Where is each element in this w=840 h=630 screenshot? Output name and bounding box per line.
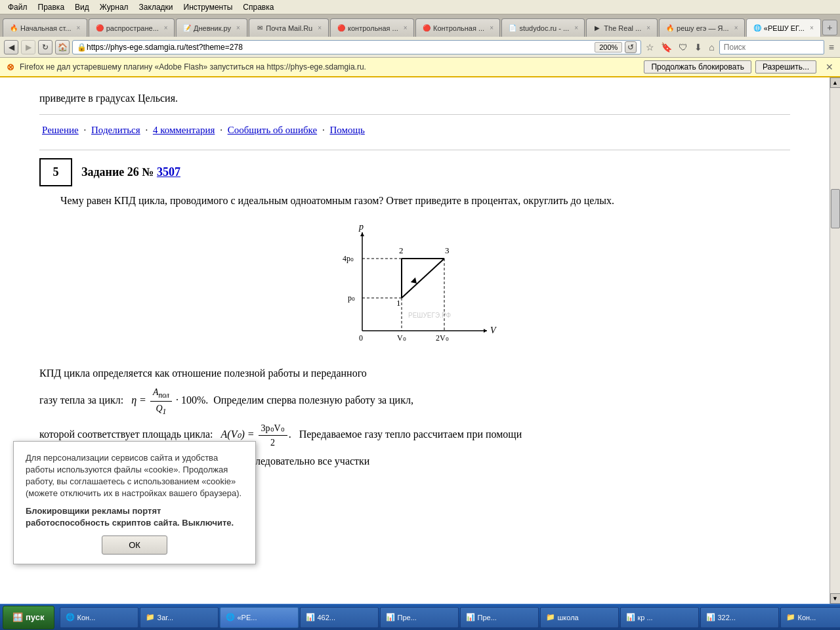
tab-close-5[interactable]: × [490,24,494,32]
svg-text:4p₀: 4p₀ [343,254,354,263]
taskbar-item-8[interactable]: 📊322... [700,607,779,628]
tab-0[interactable]: 🔥 Начальная ст... × [3,18,87,37]
cookie-ok-button[interactable]: ОК [102,536,167,555]
taskbar-icon-8: 📊 [706,613,715,621]
taskbar-item-9[interactable]: 📁Кон... [780,607,841,628]
taskbar-icon-3: 📊 [306,613,315,621]
taskbar-icon-1: 📁 [146,613,155,621]
taskbar-icon-0: 🌐 [66,613,75,621]
url-input[interactable] [87,43,592,52]
tab-icon-8: 🔥 [666,24,674,33]
bookmark-icon[interactable]: 🔖 [659,42,674,52]
forward-button[interactable]: ▶ [21,40,35,54]
menu-bookmarks[interactable]: Закладки [134,1,178,13]
taskbar-label-7: кр ... [638,614,653,621]
home-button[interactable]: 🏠 [55,40,70,54]
tab-icon-3: ✉ [256,24,264,33]
search-input[interactable] [719,40,824,54]
secure-icon: 🔒 [77,43,87,52]
refresh-icon[interactable]: ↺ [625,41,637,53]
menu-file[interactable]: Файл [3,1,33,13]
tab-icon-6: 📄 [509,24,516,33]
formula-eta: η = [131,394,146,406]
task-id-link[interactable]: 3507 [157,165,180,178]
download-icon[interactable]: ⬇ [692,42,704,52]
tab-8[interactable]: 🔥 решу егэ — Я... × [659,18,745,37]
tab-close-3[interactable]: × [318,24,322,32]
content-area: приведите в градусах Цельсия. Решение · … [0,77,840,604]
cookie-adblock-text: Блокировщики рекламы портят работоспособ… [26,505,243,529]
svg-text:V: V [490,326,497,335]
tab-close-6[interactable]: × [574,24,578,32]
svg-text:p: p [358,222,364,232]
reload-button[interactable]: ↻ [38,40,52,54]
taskbar-item-3[interactable]: 📊462... [300,607,379,628]
taskbar-icon-7: 📊 [626,613,635,621]
watermark-text: РЕШУЕГЭ.РФ [408,312,451,319]
action-links: Решение · Поделиться · 4 комментария · С… [39,123,790,138]
task-number: 5 [39,158,72,186]
link-share[interactable]: Поделиться [91,125,140,135]
taskbar-item-1[interactable]: 📁Заг... [140,607,219,628]
tab-3[interactable]: ✉ Почта Mail.Ru × [249,18,329,37]
menu-help[interactable]: Справка [238,1,279,13]
taskbar-label-9: Кон... [798,614,816,621]
tab-label-0: Начальная ст... [20,24,72,32]
start-button[interactable]: 🪟 пуск [3,606,54,629]
taskbar-item-6[interactable]: 📁школа [540,607,619,628]
tab-1[interactable]: 🔴 распростране... × [89,18,175,37]
solution-text-1: КПД цикла определяется как отношение пол… [39,368,367,379]
tab-close-9[interactable]: × [810,24,814,32]
notification-close-icon[interactable]: ✕ [826,62,833,72]
link-comments[interactable]: 4 комментария [153,125,215,135]
tab-6[interactable]: 📄 studydoc.ru - ... × [501,18,585,37]
link-solution[interactable]: Решение [42,125,79,135]
taskbar-label-1: Заг... [158,614,174,621]
taskbar-item-7[interactable]: 📊кр ... [620,607,699,628]
allow-button[interactable]: Разрешить... [755,60,816,74]
tab-close-4[interactable]: × [404,24,408,32]
taskbar-items: 🌐Кон... 📁Заг... 🌐«РЕ... 📊462... 📊Пре... … [57,607,841,628]
bookmark-star-icon[interactable]: ☆ [644,42,656,52]
menu-journal[interactable]: Журнал [94,1,134,13]
tab-4[interactable]: 🔴 контрольная ... × [330,18,414,37]
menu-tools[interactable]: Инструменты [178,1,238,13]
tab-label-1: распростране... [106,24,159,32]
tab-close-7[interactable]: × [646,24,650,32]
menu-view[interactable]: Вид [70,1,94,13]
tab-close-1[interactable]: × [164,24,168,32]
link-help[interactable]: Помощь [329,125,364,135]
tab-close-8[interactable]: × [734,24,738,32]
scroll-thumb[interactable] [831,189,840,228]
home-icon2[interactable]: ⌂ [707,42,716,52]
zoom-badge: 200% [595,42,622,52]
taskbar-item-4[interactable]: 📊Пре... [380,607,459,628]
scroll-down-button[interactable] [830,593,841,604]
taskbar-icon-5: 📊 [466,613,475,621]
tab-7[interactable]: ▶ The Real ... × [586,18,658,37]
tab-label-2: Дневник.ру [194,24,231,32]
link-report-error[interactable]: Сообщить об ошибке [228,125,318,135]
taskbar-item-0[interactable]: 🌐Кон... [60,607,138,628]
tab-2[interactable]: 📝 Дневник.ру × [176,18,247,37]
menu-icon[interactable]: ≡ [827,42,836,52]
menu-edit[interactable]: Правка [33,1,70,13]
tab-close-0[interactable]: × [77,24,81,32]
tab-5[interactable]: 🔴 Контрольная ... × [415,18,500,37]
taskbar-item-5[interactable]: 📊Пре... [460,607,539,628]
scroll-track[interactable] [830,88,841,593]
tab-close-2[interactable]: × [236,24,240,32]
tab-icon-7: ▶ [593,24,601,33]
new-tab-button[interactable]: + [822,20,837,35]
back-button[interactable]: ◀ [4,40,18,54]
taskbar-icon-6: 📁 [546,613,555,621]
taskbar-item-2[interactable]: 🌐«РЕ... [220,607,299,628]
block-button[interactable]: Продолжать блокировать [644,60,751,74]
tab-9[interactable]: 🌐 «РЕШУ ЕГ... × [746,18,821,37]
scroll-up-button[interactable] [830,77,841,88]
taskbar: 🪟 пуск 🌐Кон... 📁Заг... 🌐«РЕ... 📊462... 📊… [0,604,840,630]
tab-icon-5: 🔴 [423,24,430,33]
tab-icon-1: 🔴 [96,24,104,33]
shield-icon[interactable]: 🛡 [677,42,690,52]
separator-2 [39,150,790,150]
